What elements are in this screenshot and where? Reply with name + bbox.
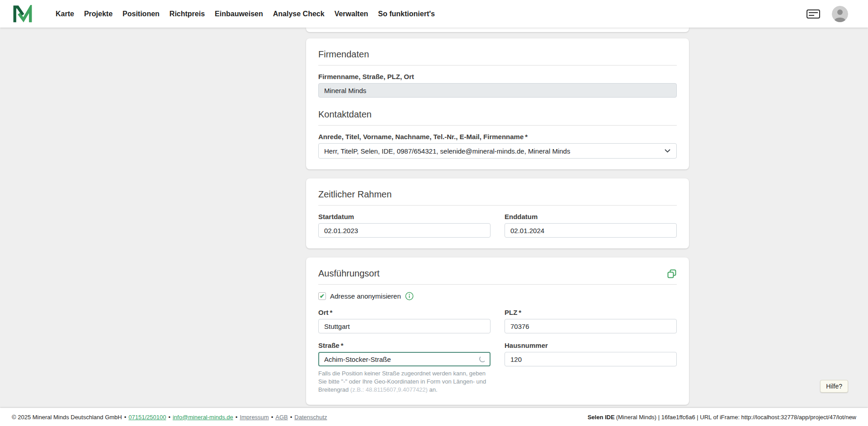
divider	[318, 205, 677, 206]
check-icon: ✔	[320, 293, 325, 299]
top-navbar: Karte Projekte Positionen Richtpreis Ein…	[0, 0, 868, 28]
card-zeitlicher-rahmen: Zeitlicher Rahmen Startdatum Enddatum	[306, 178, 689, 248]
loading-spinner-icon	[479, 356, 486, 362]
separator: •	[271, 414, 274, 421]
nav-item-verwalten[interactable]: Verwalten	[330, 6, 373, 22]
footer-phone-link[interactable]: 07151/250100	[128, 414, 166, 421]
hausnummer-label: Hausnummer	[505, 342, 677, 349]
kontakt-select[interactable]: Herr, TitelP, Selen, IDE, 0987/654321, s…	[318, 143, 677, 159]
footer-email-link[interactable]: info@mineral-minds.de	[173, 414, 233, 421]
hausnummer-field: Hausnummer	[505, 342, 677, 394]
required-asterisk: *	[519, 309, 521, 316]
kontakt-label-text: Anrede, Titel, Vorname, Nachname, Tel.-N…	[318, 133, 524, 140]
anonymize-checkbox[interactable]: ✔	[318, 292, 326, 300]
help-button[interactable]: Hilfe?	[820, 380, 848, 393]
anonymize-label: Adresse anonymisieren	[330, 292, 401, 300]
nav-item-so-funktionierts[interactable]: So funktioniert's	[373, 6, 440, 22]
env-name: Selen IDE	[588, 414, 615, 421]
divider	[318, 65, 677, 66]
plz-label: PLZ*	[505, 309, 677, 316]
divider	[318, 284, 677, 285]
startdatum-input[interactable]	[318, 223, 491, 238]
section-title-ausfuehrungsort: Ausführungsort	[318, 268, 380, 279]
server-icon[interactable]	[807, 9, 820, 19]
separator: •	[236, 414, 238, 421]
strasse-hint: Falls die Position keiner Straße zugeord…	[318, 370, 489, 394]
kontakt-label: Anrede, Titel, Vorname, Nachname, Tel.-N…	[318, 133, 677, 140]
main-nav: Karte Projekte Positionen Richtpreis Ein…	[51, 6, 440, 22]
plz-label-text: PLZ	[505, 309, 517, 316]
footer-agb-link[interactable]: AGB	[275, 414, 288, 421]
ort-field: Ort*	[318, 309, 491, 333]
separator: •	[124, 414, 127, 421]
section-title-zeitlicher-rahmen: Zeitlicher Rahmen	[318, 189, 677, 200]
nav-item-einbauweisen[interactable]: Einbauweisen	[210, 6, 268, 22]
enddatum-input[interactable]	[505, 223, 677, 238]
footer: © 2025 Mineral Minds Deutschland GmbH • …	[0, 408, 868, 426]
brand-logo[interactable]	[13, 5, 33, 23]
hausnummer-input[interactable]	[505, 352, 677, 366]
footer-datenschutz-link[interactable]: Datenschutz	[294, 414, 327, 421]
user-avatar[interactable]	[832, 6, 848, 22]
mineral-minds-logo-icon	[13, 5, 33, 23]
nav-item-karte[interactable]: Karte	[51, 6, 79, 22]
footer-impressum-link[interactable]: Impressum	[240, 414, 269, 421]
enddatum-field: Enddatum	[505, 213, 677, 238]
separator: •	[168, 414, 170, 421]
navbar-right	[807, 6, 855, 22]
kontakt-select-value: Herr, TitelP, Selen, IDE, 0987/654321, s…	[324, 147, 570, 155]
footer-left: © 2025 Mineral Minds Deutschland GmbH • …	[12, 414, 327, 421]
strasse-input[interactable]	[318, 352, 491, 366]
required-asterisk: *	[525, 133, 528, 140]
nav-item-positionen[interactable]: Positionen	[118, 6, 165, 22]
strasse-label: Straße*	[318, 342, 491, 349]
enddatum-label: Enddatum	[505, 213, 677, 220]
startdatum-field: Startdatum	[318, 213, 491, 238]
copy-icon[interactable]	[667, 269, 677, 279]
required-asterisk: *	[341, 342, 344, 349]
footer-env-info: Selen IDE (Mineral Minds) | 16fae1ffc6a6…	[588, 414, 856, 421]
firmenname-input	[318, 83, 677, 98]
strasse-field: Straße* Falls die Position keiner Straße…	[318, 342, 491, 394]
firmenname-label: Firmenname, Straße, PLZ, Ort	[318, 73, 677, 80]
ort-input[interactable]	[318, 319, 491, 333]
required-asterisk: *	[330, 309, 333, 316]
startdatum-label: Startdatum	[318, 213, 491, 220]
nav-item-richtpreis[interactable]: Richtpreis	[165, 6, 210, 22]
copyright-text: © 2025 Mineral Minds Deutschland GmbH	[12, 414, 122, 421]
previous-card-bottom	[306, 28, 689, 32]
ort-label: Ort*	[318, 309, 491, 316]
hint-example: (z.B.: 48.8115607,9.4077422)	[350, 386, 428, 393]
card-firmendaten: Firmendaten Firmenname, Straße, PLZ, Ort…	[306, 38, 689, 169]
section-title-firmendaten: Firmendaten	[318, 49, 677, 60]
hint-suffix: an.	[429, 386, 438, 393]
person-icon	[832, 6, 848, 22]
plz-input[interactable]	[505, 319, 677, 333]
chevron-down-icon	[665, 149, 670, 153]
separator: •	[290, 414, 292, 421]
card-ausfuehrungsort: Ausführungsort ✔ Adresse anonymisieren	[306, 257, 689, 405]
ort-label-text: Ort	[318, 309, 329, 316]
section-title-kontaktdaten: Kontaktdaten	[318, 109, 677, 120]
plz-field: PLZ*	[505, 309, 677, 333]
nav-item-projekte[interactable]: Projekte	[79, 6, 118, 22]
strasse-label-text: Straße	[318, 342, 340, 349]
divider	[318, 125, 677, 126]
env-details: (Mineral Minds) | 16fae1ffc6a6 | URL of …	[616, 414, 856, 421]
info-icon[interactable]	[405, 292, 414, 300]
nav-item-analyse-check[interactable]: Analyse Check	[268, 6, 330, 22]
form-content: Firmendaten Firmenname, Straße, PLZ, Ort…	[306, 28, 689, 426]
